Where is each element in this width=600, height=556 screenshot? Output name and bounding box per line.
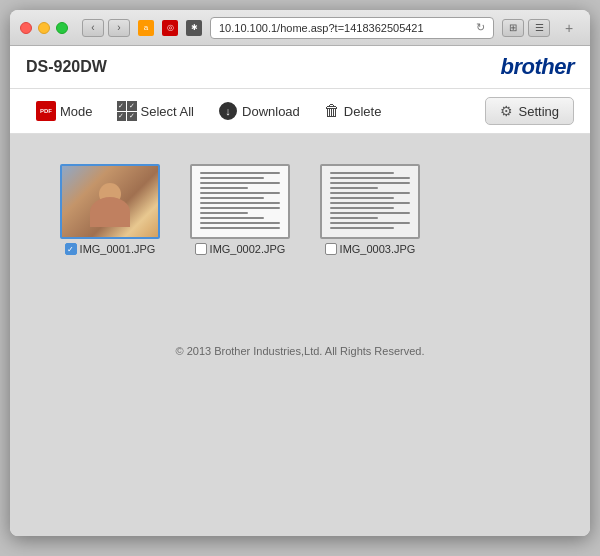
doc-line (200, 222, 280, 224)
title-bar: ‹ › a ◎ ✱ 10.10.100.1/home.asp?t=1418362… (10, 10, 590, 46)
file-name-3: IMG_0003.JPG (340, 243, 416, 255)
doc-preview-3 (322, 166, 418, 237)
doc-line (330, 202, 410, 204)
select-all-label: Select All (141, 104, 194, 119)
page-header: DS-920DW brother (10, 46, 590, 89)
list-item[interactable]: IMG_0003.JPG (320, 164, 420, 255)
doc-line (330, 172, 394, 174)
doc-line (200, 192, 280, 194)
doc-line (200, 187, 248, 189)
select-cell-4 (127, 112, 137, 122)
doc-line (200, 177, 264, 179)
list-item[interactable]: IMG_0002.JPG (190, 164, 290, 255)
file-grid: ✓ IMG_0001.JPG (10, 134, 590, 285)
download-button[interactable]: ↓ Download (208, 97, 310, 125)
download-icon: ↓ (218, 101, 238, 121)
favicon-amazon[interactable]: a (138, 20, 154, 36)
thumbnail-1 (60, 164, 160, 239)
file-name-1: IMG_0001.JPG (80, 243, 156, 255)
close-button[interactable] (20, 22, 32, 34)
checkbox-2[interactable] (195, 243, 207, 255)
thumbnail-3 (320, 164, 420, 239)
maximize-button[interactable] (56, 22, 68, 34)
favicon-star[interactable]: ✱ (186, 20, 202, 36)
toolbar: PDF Mode Select All ↓ (10, 89, 590, 134)
doc-preview-2 (192, 166, 288, 237)
doc-line (330, 222, 410, 224)
select-cell-2 (127, 101, 137, 111)
trash-icon: 🗑 (324, 102, 340, 120)
browser-window: ‹ › a ◎ ✱ 10.10.100.1/home.asp?t=1418362… (10, 10, 590, 536)
download-circle: ↓ (219, 102, 237, 120)
doc-lines-3 (322, 166, 418, 235)
select-all-button[interactable]: Select All (107, 97, 204, 125)
doc-line (200, 217, 264, 219)
back-button[interactable]: ‹ (82, 19, 104, 37)
brother-logo: brother (501, 54, 575, 80)
delete-button[interactable]: 🗑 Delete (314, 98, 392, 124)
thumbnail-2 (190, 164, 290, 239)
delete-label: Delete (344, 104, 382, 119)
menu-button[interactable]: ☰ (528, 19, 550, 37)
pdf-icon: PDF (36, 101, 56, 121)
print-button[interactable]: ⊞ (502, 19, 524, 37)
file-label-row-2: IMG_0002.JPG (195, 243, 286, 255)
file-label-row-1: ✓ IMG_0001.JPG (65, 243, 156, 255)
select-cell-3 (117, 112, 127, 122)
doc-line (330, 177, 410, 179)
checkbox-1[interactable]: ✓ (65, 243, 77, 255)
doc-line (330, 182, 410, 184)
doc-line (200, 182, 280, 184)
photo-preview-1 (62, 166, 158, 237)
list-item[interactable]: ✓ IMG_0001.JPG (60, 164, 160, 255)
download-label: Download (242, 104, 300, 119)
new-tab-button[interactable]: + (558, 19, 580, 37)
nav-buttons: ‹ › (82, 19, 130, 37)
traffic-lights (20, 22, 68, 34)
file-name-2: IMG_0002.JPG (210, 243, 286, 255)
download-arrow: ↓ (225, 106, 231, 117)
forward-button[interactable]: › (108, 19, 130, 37)
setting-button[interactable]: ⚙ Setting (485, 97, 574, 125)
setting-label: Setting (519, 104, 559, 119)
minimize-button[interactable] (38, 22, 50, 34)
url-text: 10.10.100.1/home.asp?t=1418362505421 (219, 22, 470, 34)
doc-line (200, 207, 280, 209)
checkbox-3[interactable] (325, 243, 337, 255)
doc-line (200, 172, 280, 174)
doc-line (330, 192, 410, 194)
address-bar[interactable]: 10.10.100.1/home.asp?t=1418362505421 ↻ (210, 17, 494, 39)
browser-actions: ⊞ ☰ (502, 19, 550, 37)
doc-line (330, 197, 394, 199)
refresh-button[interactable]: ↻ (476, 21, 485, 34)
file-label-row-3: IMG_0003.JPG (325, 243, 416, 255)
doc-line (330, 207, 394, 209)
doc-line (200, 197, 264, 199)
page-footer: © 2013 Brother Industries,Ltd. All Right… (10, 325, 590, 377)
doc-line (330, 227, 394, 229)
doc-line (200, 227, 280, 229)
doc-lines-2 (192, 166, 288, 235)
doc-line (200, 202, 280, 204)
select-all-icon (117, 101, 137, 121)
device-name: DS-920DW (26, 58, 107, 76)
doc-line (330, 212, 410, 214)
select-cell-1 (117, 101, 127, 111)
mode-button[interactable]: PDF Mode (26, 97, 103, 125)
copyright-text: © 2013 Brother Industries,Ltd. All Right… (175, 345, 424, 357)
gear-icon: ⚙ (500, 103, 513, 119)
doc-line (330, 217, 378, 219)
mode-label: Mode (60, 104, 93, 119)
page-content: DS-920DW brother PDF Mode Select All (10, 46, 590, 536)
doc-line (200, 212, 248, 214)
favicon-circle[interactable]: ◎ (162, 20, 178, 36)
doc-line (330, 187, 378, 189)
